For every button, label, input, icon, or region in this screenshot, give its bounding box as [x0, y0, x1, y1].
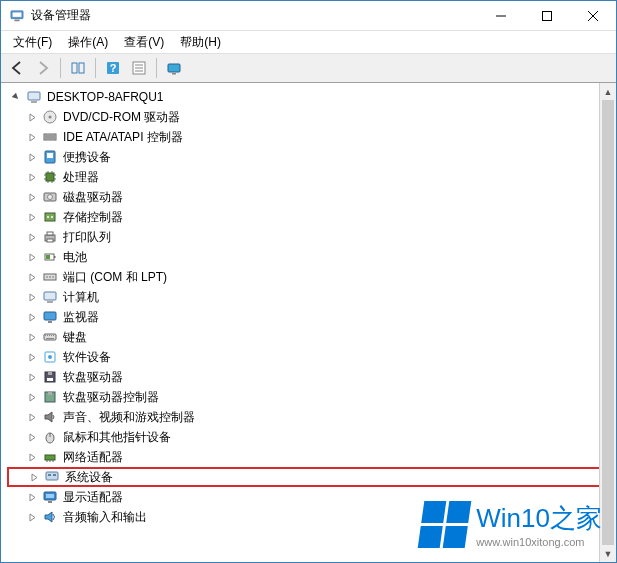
svg-point-36 — [48, 195, 53, 200]
expand-icon[interactable] — [25, 270, 39, 284]
svg-rect-75 — [48, 474, 51, 476]
scroll-up-icon[interactable]: ▲ — [600, 83, 616, 100]
tree-item[interactable]: 计算机 — [7, 287, 610, 307]
expand-icon[interactable] — [25, 370, 39, 384]
expand-icon[interactable] — [25, 230, 39, 244]
expand-icon[interactable] — [25, 290, 39, 304]
expand-icon[interactable] — [25, 110, 39, 124]
svg-rect-58 — [51, 335, 52, 336]
tree-item[interactable]: 存储控制器 — [7, 207, 610, 227]
menubar: 文件(F) 操作(A) 查看(V) 帮助(H) — [1, 31, 616, 53]
tree-item-label: 监视器 — [63, 309, 99, 326]
expand-icon[interactable] — [25, 490, 39, 504]
window-controls — [478, 1, 616, 31]
maximize-button[interactable] — [524, 1, 570, 31]
scroll-down-icon[interactable]: ▼ — [600, 545, 616, 562]
audio-icon — [41, 509, 59, 525]
svg-rect-53 — [48, 321, 52, 323]
tree-item[interactable]: DVD/CD-ROM 驱动器 — [7, 107, 610, 127]
menu-help[interactable]: 帮助(H) — [172, 32, 229, 53]
computer-icon — [25, 89, 43, 105]
tree-item[interactable]: IDE ATA/ATAPI 控制器 — [7, 127, 610, 147]
view-toggle-button[interactable] — [66, 56, 90, 80]
tree-item[interactable]: 键盘 — [7, 327, 610, 347]
port-icon — [41, 269, 59, 285]
tree-item-label: 音频输入和输出 — [63, 509, 147, 526]
tree-item[interactable]: 软件设备 — [7, 347, 610, 367]
tree-item[interactable]: 软盘驱动器 — [7, 367, 610, 387]
tree-item-label: 键盘 — [63, 329, 87, 346]
svg-rect-67 — [48, 392, 52, 395]
tree-item[interactable]: 网络适配器 — [7, 447, 610, 467]
tree-item[interactable]: 显示适配器 — [7, 487, 610, 507]
scan-hardware-button[interactable] — [162, 56, 186, 80]
tree-item[interactable]: 磁盘驱动器 — [7, 187, 610, 207]
tree-item[interactable]: 打印队列 — [7, 227, 610, 247]
svg-rect-45 — [46, 255, 50, 259]
tree-item[interactable]: 便携设备 — [7, 147, 610, 167]
software-icon — [41, 349, 59, 365]
tree-root-node[interactable]: DESKTOP-8AFRQU1 — [7, 87, 610, 107]
expand-icon[interactable] — [25, 170, 39, 184]
vertical-scrollbar[interactable]: ▲ ▼ — [599, 83, 616, 562]
forward-button[interactable] — [31, 56, 55, 80]
tree-item[interactable]: 声音、视频和游戏控制器 — [7, 407, 610, 427]
tree-item-label: 端口 (COM 和 LPT) — [63, 269, 167, 286]
expand-icon[interactable] — [25, 430, 39, 444]
help-button[interactable]: ? — [101, 56, 125, 80]
tree-item[interactable]: 音频输入和输出 — [7, 507, 610, 527]
expand-icon[interactable] — [27, 470, 41, 484]
minimize-button[interactable] — [478, 1, 524, 31]
scroll-track[interactable] — [600, 100, 616, 545]
svg-point-62 — [48, 355, 52, 359]
expand-icon[interactable] — [25, 250, 39, 264]
svg-point-38 — [47, 216, 49, 218]
svg-rect-7 — [72, 63, 77, 73]
svg-rect-56 — [47, 335, 48, 336]
toolbar-separator — [156, 58, 157, 78]
tree-item[interactable]: 系统设备 — [7, 467, 610, 487]
expand-icon[interactable] — [25, 390, 39, 404]
expand-icon[interactable] — [25, 190, 39, 204]
menu-file[interactable]: 文件(F) — [5, 32, 60, 53]
tree-item[interactable]: 鼠标和其他指针设备 — [7, 427, 610, 447]
scroll-thumb[interactable] — [602, 100, 614, 545]
svg-rect-8 — [79, 63, 84, 73]
tree-item-label: 软件设备 — [63, 349, 111, 366]
collapse-icon[interactable] — [9, 90, 23, 104]
expand-icon[interactable] — [25, 330, 39, 344]
back-button[interactable] — [5, 56, 29, 80]
device-tree[interactable]: DESKTOP-8AFRQU1 DVD/CD-ROM 驱动器IDE ATA/AT… — [1, 83, 616, 562]
expand-icon[interactable] — [25, 410, 39, 424]
tree-item-label: 软盘驱动器 — [63, 369, 123, 386]
svg-rect-76 — [53, 474, 56, 476]
menu-view[interactable]: 查看(V) — [116, 32, 172, 53]
tree-item[interactable]: 监视器 — [7, 307, 610, 327]
system-icon — [43, 469, 61, 485]
expand-icon[interactable] — [25, 210, 39, 224]
tree-item[interactable]: 电池 — [7, 247, 610, 267]
expand-icon[interactable] — [25, 450, 39, 464]
sound-icon — [41, 409, 59, 425]
portable-icon — [41, 149, 59, 165]
close-button[interactable] — [570, 1, 616, 31]
expand-icon[interactable] — [25, 510, 39, 524]
expand-icon[interactable] — [25, 350, 39, 364]
properties-button[interactable] — [127, 56, 151, 80]
svg-rect-25 — [47, 153, 53, 158]
svg-text:?: ? — [110, 62, 117, 74]
tree-item[interactable]: 软盘驱动器控制器 — [7, 387, 610, 407]
tree-item-label: IDE ATA/ATAPI 控制器 — [63, 129, 183, 146]
svg-point-49 — [52, 276, 54, 278]
svg-rect-64 — [48, 372, 52, 375]
tree-item-label: 显示适配器 — [63, 489, 123, 506]
expand-icon[interactable] — [25, 150, 39, 164]
expand-icon[interactable] — [25, 130, 39, 144]
tree-item[interactable]: 端口 (COM 和 LPT) — [7, 267, 610, 287]
tree-item-label: 声音、视频和游戏控制器 — [63, 409, 195, 426]
menu-action[interactable]: 操作(A) — [60, 32, 116, 53]
expand-icon[interactable] — [25, 310, 39, 324]
tree-item-label: 打印队列 — [63, 229, 111, 246]
svg-rect-26 — [46, 173, 54, 181]
tree-item[interactable]: 处理器 — [7, 167, 610, 187]
